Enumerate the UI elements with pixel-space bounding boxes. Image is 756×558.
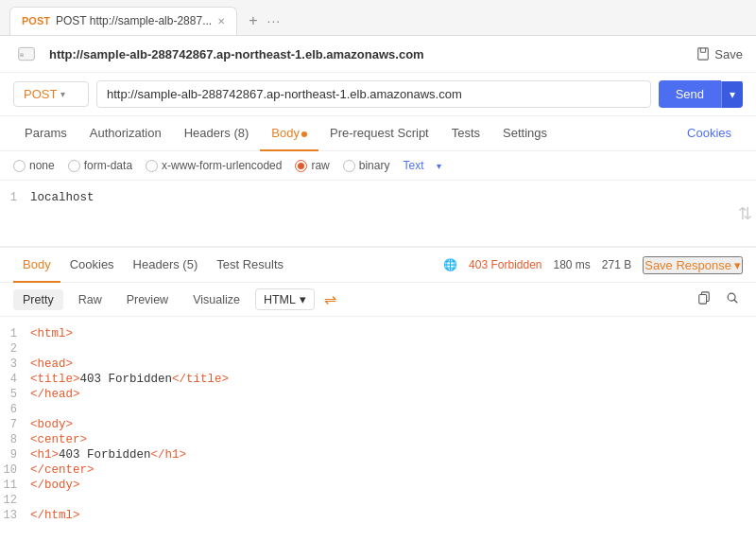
format-value: HTML — [264, 293, 296, 306]
resp-line-content: </html> — [30, 509, 80, 522]
option-urlencoded[interactable]: x-www-form-urlencoded — [146, 159, 282, 172]
resp-code-line: 5</head> — [0, 387, 756, 402]
svg-text:⊞: ⊞ — [20, 52, 24, 58]
option-binary[interactable]: binary — [343, 159, 390, 172]
resp-code-line: 7<body> — [0, 417, 756, 432]
tab-authorization[interactable]: Authorization — [78, 116, 173, 151]
response-tabs-bar: Body Cookies Headers (5) Test Results 🌐 … — [0, 248, 756, 283]
format-arrow-icon: ▾ — [300, 292, 306, 306]
response-action-buttons — [694, 289, 743, 309]
radio-raw — [295, 160, 307, 172]
tab-cookies[interactable]: Cookies — [676, 116, 743, 151]
response-code-area: 1<html>2 3<head>4 <title>403 Forbidden</… — [0, 317, 756, 532]
request-tabs-nav: Params Authorization Headers (8) Body Pr… — [0, 116, 756, 151]
svg-rect-7 — [699, 295, 707, 305]
resp-line-content: <title>403 Forbidden</title> — [30, 373, 229, 386]
svg-line-9 — [734, 300, 738, 304]
request-body-editor[interactable]: 1 localhost ⇅ — [0, 181, 756, 247]
resp-line-content: </head> — [30, 388, 80, 401]
svg-rect-2 — [698, 48, 709, 60]
response-section: Body Cookies Headers (5) Test Results 🌐 … — [0, 247, 756, 532]
search-button[interactable] — [722, 289, 743, 309]
request-url-input[interactable] — [96, 80, 651, 108]
radio-binary — [343, 160, 355, 172]
resp-line-content: <center> — [30, 433, 87, 446]
send-button-group: Send ▾ — [659, 80, 743, 108]
tab-more-button[interactable]: ··· — [267, 13, 282, 28]
option-none[interactable]: none — [13, 159, 55, 172]
resp-line-content: <body> — [30, 418, 73, 431]
resp-line-content: </body> — [30, 479, 80, 492]
send-button[interactable]: Send — [659, 80, 721, 108]
resp-tab-headers[interactable]: Headers (5) — [124, 248, 208, 283]
resp-code-line: 12 — [0, 493, 756, 508]
resp-code-line: 6 — [0, 402, 756, 417]
postman-icon: ⊞ — [13, 44, 40, 64]
resp-tab-cookies[interactable]: Cookies — [60, 248, 124, 283]
resp-line-content: <html> — [30, 327, 73, 340]
resp-code-line: 8 <center> — [0, 432, 756, 447]
resp-code-line: 3<head> — [0, 357, 756, 372]
new-tab-button[interactable]: + — [243, 10, 263, 31]
response-meta: 🌐 403 Forbidden 180 ms 271 B Save Respon… — [443, 256, 743, 274]
active-tab[interactable]: POST POST http://sample-alb-2887... ✕ — [9, 7, 237, 35]
resp-code-line: 4 <title>403 Forbidden</title> — [0, 372, 756, 387]
tab-body[interactable]: Body — [260, 116, 318, 151]
method-arrow-icon: ▾ — [60, 89, 65, 99]
url-bar-title: http://sample-alb-288742867.ap-northeast… — [49, 47, 687, 61]
tab-title: POST http://sample-alb-2887... — [56, 14, 212, 27]
tab-bar: POST POST http://sample-alb-2887... ✕ + … — [0, 0, 756, 36]
radio-form-data — [68, 160, 80, 172]
scroll-indicator-icon: ⇅ — [738, 203, 752, 224]
fmt-pretty[interactable]: Pretty — [13, 289, 63, 310]
method-dropdown[interactable]: POST ▾ — [13, 81, 89, 107]
radio-urlencoded — [146, 160, 158, 172]
resp-line-content — [30, 342, 38, 356]
response-status: 403 Forbidden — [469, 258, 541, 271]
resp-line-content: <h1>403 Forbidden</h1> — [30, 448, 186, 462]
body-options-row: none form-data x-www-form-urlencoded raw… — [0, 151, 756, 181]
url-bar: ⊞ http://sample-alb-288742867.ap-northea… — [0, 36, 756, 73]
resp-code-line: 2 — [0, 341, 756, 357]
resp-code-line: 9 <h1>403 Forbidden</h1> — [0, 447, 756, 462]
text-format-arrow-icon[interactable]: ▾ — [437, 161, 441, 171]
tab-settings[interactable]: Settings — [491, 116, 558, 151]
tab-pre-request[interactable]: Pre-request Script — [318, 116, 440, 151]
resp-line-content: </center> — [30, 463, 94, 477]
send-dropdown-arrow[interactable]: ▾ — [721, 81, 743, 108]
tab-tests[interactable]: Tests — [440, 116, 491, 151]
tab-close-icon[interactable]: ✕ — [217, 16, 225, 26]
fmt-raw[interactable]: Raw — [69, 289, 112, 310]
tab-headers[interactable]: Headers (8) — [173, 116, 261, 151]
resp-code-line: 13</html> — [0, 508, 756, 523]
option-form-data[interactable]: form-data — [68, 159, 132, 172]
text-format-link[interactable]: Text — [403, 159, 423, 172]
response-size: 271 B — [602, 258, 631, 271]
save-button[interactable]: Save — [696, 47, 743, 61]
resp-tab-test-results[interactable]: Test Results — [207, 248, 293, 283]
resp-line-content: <head> — [30, 357, 73, 371]
radio-none — [13, 160, 26, 172]
resp-code-line: 10 </center> — [0, 462, 756, 478]
fmt-preview[interactable]: Preview — [117, 289, 178, 310]
format-select-dropdown[interactable]: HTML ▾ — [255, 288, 315, 310]
tab-params[interactable]: Params — [13, 116, 78, 151]
resp-code-line: 1<html> — [0, 326, 756, 341]
response-format-bar: Pretty Raw Preview Visualize HTML ▾ ⇌ — [0, 283, 756, 317]
request-bar: POST ▾ Send ▾ — [0, 73, 756, 116]
fmt-visualize[interactable]: Visualize — [183, 289, 249, 310]
method-value: POST — [24, 87, 57, 101]
req-line-1-content: localhost — [30, 191, 94, 204]
body-dot-indicator — [301, 131, 307, 137]
response-time: 180 ms — [554, 258, 591, 271]
save-label: Save — [714, 47, 743, 61]
save-response-button[interactable]: Save Response ▾ — [643, 256, 743, 274]
resp-tab-body[interactable]: Body — [13, 248, 60, 283]
resp-line-content — [30, 403, 38, 416]
req-code-line-1: 1 localhost — [0, 190, 756, 205]
option-raw[interactable]: raw — [295, 159, 329, 172]
resp-line-content — [30, 494, 38, 507]
copy-button[interactable] — [694, 289, 714, 309]
word-wrap-icon[interactable]: ⇌ — [324, 290, 336, 308]
globe-icon: 🌐 — [443, 258, 457, 271]
